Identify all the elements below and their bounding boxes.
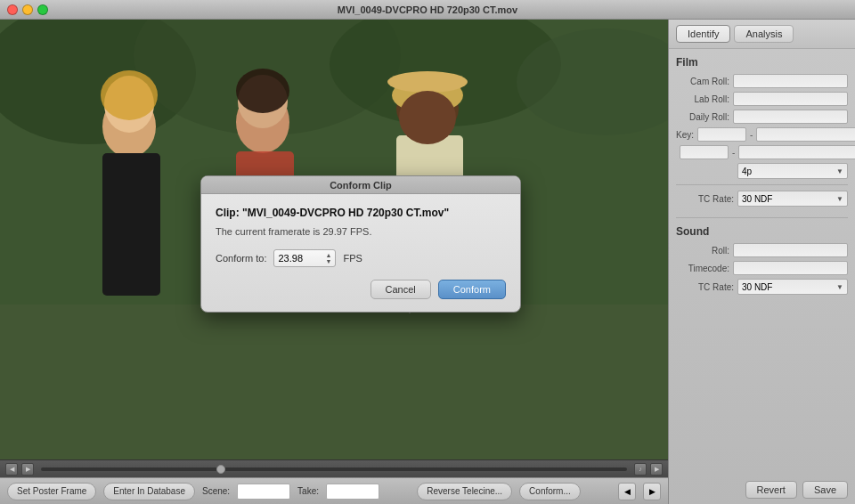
sound-tc-rate-label: TC Rate: — [676, 282, 734, 292]
volume-icon[interactable]: ♪ — [634, 463, 647, 476]
timecode-input[interactable] — [733, 261, 848, 275]
conform-button[interactable]: Conform — [438, 280, 506, 299]
svg-point-9 — [101, 70, 158, 120]
panel-header: Identify Analysis — [669, 20, 855, 49]
maximize-button[interactable] — [37, 4, 48, 15]
title-bar: MVI_0049-DVCPRO HD 720p30 CT.mov — [0, 0, 855, 20]
lab-roll-label: Lab Roll: — [676, 94, 729, 104]
scene-label: Scene: — [202, 486, 230, 496]
set-poster-frame-button[interactable]: Set Poster Frame — [7, 483, 96, 500]
tc-rate-film-label: TC Rate: — [676, 194, 734, 204]
identify-tab[interactable]: Identify — [676, 25, 730, 43]
step-back-button[interactable]: ◀ — [5, 463, 18, 476]
close-button[interactable] — [7, 4, 18, 15]
sound-roll-label: Roll: — [676, 246, 729, 256]
cam-roll-input[interactable] — [733, 74, 848, 88]
cancel-button[interactable]: Cancel — [370, 280, 431, 299]
tc-rate-film-select[interactable]: 30 NDF ▼ — [737, 191, 848, 207]
daily-roll-row: Daily Roll: — [676, 110, 848, 124]
film-section: Film Cam Roll: Lab Roll: Daily Roll: Key… — [669, 49, 855, 217]
key-input-4[interactable] — [738, 145, 855, 159]
key-input-2[interactable] — [756, 127, 855, 142]
svg-point-13 — [236, 69, 289, 113]
tc-rate-film-arrow-icon: ▼ — [836, 195, 843, 203]
play-button[interactable]: ▶ — [21, 463, 34, 476]
window-controls[interactable] — [7, 4, 48, 15]
daily-roll-input[interactable] — [733, 110, 848, 124]
conform-spinner[interactable]: ▲ ▼ — [326, 252, 332, 264]
framerate-arrow-icon: ▼ — [836, 167, 843, 175]
bottom-toolbar: Set Poster Frame Enter In Database Scene… — [0, 477, 668, 504]
conform-row: Conform to: 23.98 ▲ ▼ FPS — [216, 249, 506, 267]
sound-roll-row: Roll: — [676, 243, 848, 257]
analysis-tab[interactable]: Analysis — [734, 25, 794, 43]
prev-button[interactable]: ◀ — [618, 483, 636, 500]
sound-roll-input[interactable] — [733, 243, 848, 257]
next-button[interactable]: ▶ — [643, 483, 661, 500]
key-dash: - — [750, 130, 753, 140]
revert-button[interactable]: Revert — [745, 481, 797, 499]
tc-rate-row: TC Rate: 30 NDF ▼ — [676, 191, 848, 207]
key-label: Key: — [676, 130, 694, 140]
conform-value: 23.98 — [278, 253, 303, 264]
save-button[interactable]: Save — [802, 481, 848, 499]
svg-rect-5 — [0, 305, 668, 459]
minimize-button[interactable] — [22, 4, 33, 15]
spinner-up-icon[interactable]: ▲ — [326, 252, 332, 258]
sound-tc-rate-arrow-icon: ▼ — [836, 283, 843, 291]
reverse-telecine-button[interactable]: Reverse Telecine... — [417, 483, 512, 500]
tc-rate-film-value: 30 NDF — [742, 194, 772, 204]
svg-point-18 — [399, 91, 456, 144]
panel-bottom-buttons: Revert Save — [669, 476, 855, 504]
take-input[interactable] — [326, 484, 379, 500]
timecode-label: Timecode: — [676, 264, 729, 273]
modal-buttons: Cancel Conform — [216, 280, 506, 299]
svg-point-16 — [387, 71, 468, 93]
framerate-row: 4p ▼ — [676, 163, 848, 179]
conform-value-field[interactable]: 23.98 ▲ ▼ — [273, 249, 336, 267]
fps-label: FPS — [343, 253, 362, 264]
modal-clip-name: Clip: "MVI_0049-DVCPRO HD 720p30 CT.mov" — [216, 207, 506, 219]
framerate-select[interactable]: 4p ▼ — [737, 163, 848, 179]
conform-clip-dialog: Conform Clip Clip: "MVI_0049-DVCPRO HD 7… — [200, 175, 521, 313]
video-controls: ◀ ▶ ♪ ▶ — [0, 459, 668, 477]
sound-tc-rate-row: TC Rate: 30 NDF ▼ — [676, 279, 848, 295]
divider-1 — [676, 184, 848, 185]
key-input-3[interactable] — [680, 145, 729, 159]
window-title: MVI_0049-DVCPRO HD 720p30 CT.mov — [338, 4, 517, 15]
lab-roll-row: Lab Roll: — [676, 92, 848, 106]
step-forward-button[interactable]: ▶ — [650, 463, 663, 476]
conform-label: Conform to: — [216, 253, 266, 264]
film-section-title: Film — [676, 56, 848, 69]
conform-toolbar-button[interactable]: Conform... — [519, 483, 581, 500]
modal-info: The current framerate is 29.97 FPS. — [216, 226, 506, 237]
key-row: Key: - — [676, 127, 848, 142]
spinner-down-icon[interactable]: ▼ — [326, 258, 332, 264]
sound-tc-rate-select[interactable]: 30 NDF ▼ — [737, 279, 848, 295]
scrubber[interactable] — [41, 467, 627, 471]
video-frame: Conform Clip Clip: "MVI_0049-DVCPRO HD 7… — [0, 20, 668, 459]
enter-in-database-button[interactable]: Enter In Database — [103, 483, 195, 500]
sound-section-title: Sound — [676, 225, 848, 238]
cam-roll-label: Cam Roll: — [676, 77, 729, 86]
key-row-2: - — [676, 145, 848, 159]
video-area: Conform Clip Clip: "MVI_0049-DVCPRO HD 7… — [0, 20, 668, 504]
timecode-row: Timecode: — [676, 261, 848, 275]
cam-roll-row: Cam Roll: — [676, 74, 848, 88]
take-label: Take: — [297, 486, 319, 496]
daily-roll-label: Daily Roll: — [676, 112, 729, 122]
sound-tc-rate-value: 30 NDF — [742, 282, 772, 292]
modal-title: Conform Clip — [330, 180, 392, 191]
scrubber-thumb[interactable] — [216, 465, 225, 474]
scene-input[interactable] — [237, 484, 290, 500]
sound-section: Sound Roll: Timecode: TC Rate: 30 NDF ▼ — [669, 218, 855, 305]
svg-rect-7 — [102, 153, 160, 296]
framerate-value: 4p — [742, 167, 752, 176]
right-panel: Identify Analysis Film Cam Roll: Lab Rol… — [668, 20, 855, 504]
lab-roll-input[interactable] — [733, 92, 848, 106]
modal-titlebar: Conform Clip — [201, 176, 520, 194]
key-input-1[interactable] — [697, 127, 746, 142]
